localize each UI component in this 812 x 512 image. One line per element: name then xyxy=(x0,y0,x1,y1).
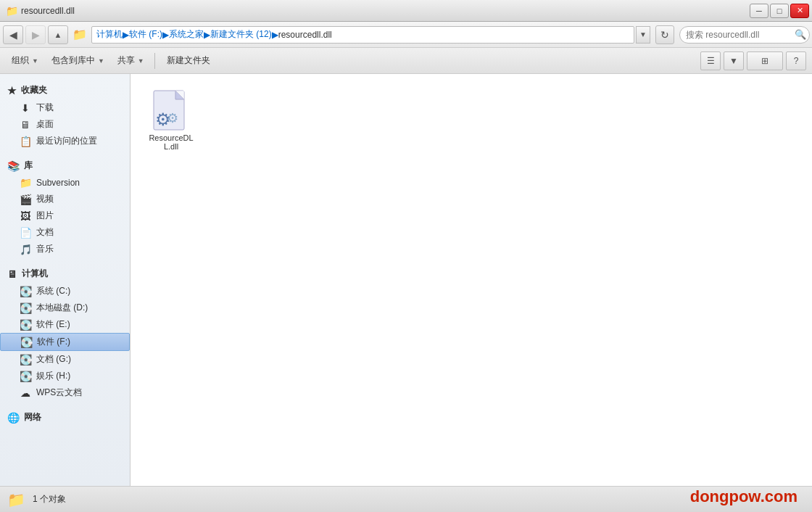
breadcrumb-sep4: ▶ xyxy=(272,30,278,40)
breadcrumb-file[interactable]: resourcedll.dll xyxy=(278,30,332,40)
window-title: resourcedll.dll xyxy=(21,6,75,16)
drive-h-icon: 💽 xyxy=(19,371,32,382)
sidebar-music-label: 音乐 xyxy=(36,243,54,255)
sidebar-item-drive-c[interactable]: 💽 系统 (C:) xyxy=(0,283,130,300)
breadcrumb-folder1[interactable]: 系统之家 xyxy=(169,28,204,41)
back-button[interactable]: ◀ xyxy=(3,25,23,44)
address-folder-icon: 📁 xyxy=(72,27,88,43)
computer-header[interactable]: 🖥 计算机 xyxy=(0,263,130,283)
toolbar-right: ☰ ▼ ⊞ ? xyxy=(700,51,806,70)
file-name-label: ResourceDLL.dll xyxy=(146,133,196,151)
window-icon: 📁 xyxy=(6,5,18,17)
sidebar-item-drive-f[interactable]: 💽 软件 (F:) xyxy=(0,333,130,351)
favorites-label: 收藏夹 xyxy=(21,84,47,96)
wps-icon: ☁ xyxy=(19,387,32,399)
status-count: 1 个对象 xyxy=(33,493,66,505)
toolbar: 组织 ▼ 包含到库中 ▼ 共享 ▼ 新建文件夹 ☰ ▼ ⊞ ? xyxy=(0,48,812,74)
organize-dropdown-icon: ▼ xyxy=(32,57,38,65)
sidebar-item-desktop[interactable]: 🖥 桌面 xyxy=(0,116,130,133)
drive-e-icon: 💽 xyxy=(19,319,32,331)
sidebar-video-label: 视频 xyxy=(36,193,54,205)
forward-button[interactable]: ▶ xyxy=(25,25,46,44)
watermark: dongpow.com xyxy=(690,487,798,506)
drive-f-icon: 💽 xyxy=(20,336,33,348)
breadcrumb-dropdown[interactable]: ▼ xyxy=(636,26,650,44)
sidebar-item-recent[interactable]: 📋 最近访问的位置 xyxy=(0,133,130,149)
computer-icon: 🖥 xyxy=(7,268,17,280)
sidebar-item-drive-h[interactable]: 💽 娱乐 (H:) xyxy=(0,368,130,384)
title-bar: 📁 resourcedll.dll ─ □ ✕ xyxy=(0,0,812,22)
desktop-icon: 🖥 xyxy=(19,119,32,131)
file-area: ⚙ ⚙ ResourceDLL.dll xyxy=(130,74,812,486)
library-dropdown-icon: ▼ xyxy=(98,57,104,65)
music-icon: 🎵 xyxy=(19,244,32,255)
sidebar-item-download[interactable]: ⬇ 下载 xyxy=(0,99,130,116)
sidebar-item-drive-g[interactable]: 💽 文档 (G:) xyxy=(0,351,130,368)
wps-label: WPS云文档 xyxy=(36,387,82,399)
share-button[interactable]: 共享 ▼ xyxy=(112,51,150,70)
address-bar: ◀ ▶ ▲ 📁 计算机 ▶ 软件 (F:) ▶ 系统之家 ▶ 新建文件夹 (12… xyxy=(0,22,812,48)
sidebar-item-music[interactable]: 🎵 音乐 xyxy=(0,241,130,257)
minimize-button[interactable]: ─ xyxy=(750,4,768,18)
include-library-label: 包含到库中 xyxy=(51,54,95,67)
breadcrumb-computer[interactable]: 计算机 xyxy=(96,28,123,41)
sidebar-item-pictures[interactable]: 🖼 图片 xyxy=(0,207,130,224)
drive-c-icon: 💽 xyxy=(19,286,32,297)
svg-text:⚙: ⚙ xyxy=(167,111,178,125)
breadcrumb-folder2[interactable]: 新建文件夹 (12) xyxy=(210,28,272,41)
sidebar-item-video[interactable]: 🎬 视频 xyxy=(0,191,130,207)
network-label: 网络 xyxy=(24,411,41,424)
file-item-resourcedll[interactable]: ⚙ ⚙ ResourceDLL.dll xyxy=(142,86,200,155)
view-layout-button[interactable]: ⊞ xyxy=(747,51,783,70)
network-icon: 🌐 xyxy=(7,412,20,424)
status-bar: 📁 1 个对象 dongpow.com xyxy=(0,486,812,512)
drive-e-label: 软件 (E:) xyxy=(36,318,70,331)
sidebar-item-drive-d[interactable]: 💽 本地磁盘 (D:) xyxy=(0,300,130,316)
drive-d-icon: 💽 xyxy=(19,302,32,314)
recent-icon: 📋 xyxy=(19,136,32,147)
include-library-button[interactable]: 包含到库中 ▼ xyxy=(46,51,110,70)
up-button[interactable]: ▲ xyxy=(48,25,68,44)
help-button[interactable]: ? xyxy=(786,51,806,70)
sidebar-item-documents[interactable]: 📄 文档 xyxy=(0,224,130,241)
video-icon: 🎬 xyxy=(19,194,32,205)
drive-h-label: 娱乐 (H:) xyxy=(36,370,70,382)
refresh-button[interactable]: ↻ xyxy=(655,25,674,44)
toolbar-separator xyxy=(154,53,155,69)
sidebar-recent-label: 最近访问的位置 xyxy=(36,135,97,147)
search-icon[interactable]: 🔍 xyxy=(792,26,809,44)
computer-label: 计算机 xyxy=(22,268,48,280)
sidebar-item-wps[interactable]: ☁ WPS云文档 xyxy=(0,384,130,401)
maximize-button[interactable]: □ xyxy=(770,4,789,18)
drive-g-icon: 💽 xyxy=(19,354,32,366)
sidebar: ★ 收藏夹 ⬇ 下载 🖥 桌面 📋 最近访问的位置 📚 库 📁 Subversi… xyxy=(0,74,130,486)
view-options-button[interactable]: ▼ xyxy=(724,51,744,70)
close-button[interactable]: ✕ xyxy=(790,4,809,18)
sidebar-divider1 xyxy=(0,149,130,155)
drive-d-label: 本地磁盘 (D:) xyxy=(36,302,88,314)
share-label: 共享 xyxy=(117,54,135,67)
sidebar-item-drive-e[interactable]: 💽 软件 (E:) xyxy=(0,316,130,333)
drive-g-label: 文档 (G:) xyxy=(36,353,71,366)
sidebar-pictures-label: 图片 xyxy=(36,210,54,222)
breadcrumb-drive[interactable]: 软件 (F:) xyxy=(129,28,162,41)
documents-icon: 📄 xyxy=(19,227,32,239)
pictures-icon: 🖼 xyxy=(19,210,32,222)
new-folder-button[interactable]: 新建文件夹 xyxy=(160,51,218,70)
drive-f-label: 软件 (F:) xyxy=(37,336,70,348)
sidebar-documents-label: 文档 xyxy=(36,226,54,239)
libraries-header[interactable]: 📚 库 xyxy=(0,155,130,175)
breadcrumb-sep3: ▶ xyxy=(204,30,210,40)
sidebar-item-subversion[interactable]: 📁 Subversion xyxy=(0,175,130,191)
sidebar-desktop-label: 桌面 xyxy=(36,118,54,131)
download-icon: ⬇ xyxy=(19,102,32,114)
share-dropdown-icon: ▼ xyxy=(138,57,144,65)
dll-file-icon: ⚙ ⚙ xyxy=(152,89,190,131)
sidebar-divider3 xyxy=(0,401,130,407)
search-input[interactable] xyxy=(679,26,810,44)
favorites-header[interactable]: ★ 收藏夹 xyxy=(0,80,130,99)
breadcrumb[interactable]: 计算机 ▶ 软件 (F:) ▶ 系统之家 ▶ 新建文件夹 (12) ▶ reso… xyxy=(91,26,634,44)
network-header[interactable]: 🌐 网络 xyxy=(0,407,130,426)
view-toggle-button[interactable]: ☰ xyxy=(700,51,721,70)
organize-button[interactable]: 组织 ▼ xyxy=(6,51,44,70)
